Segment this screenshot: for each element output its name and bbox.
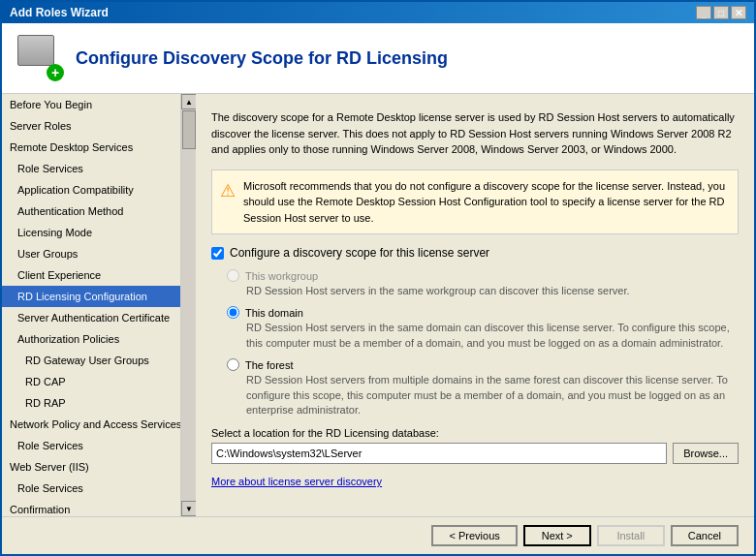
sidebar-item-11[interactable]: Authorization Policies	[2, 328, 180, 350]
main-window: Add Roles Wizard _ □ ✕ + Configure Disco…	[0, 0, 756, 556]
sidebar-scrollbar: ▲ ▼	[180, 94, 196, 516]
configure-scope-label: Configure a discovery scope for this lic…	[230, 246, 489, 260]
warning-text: Microsoft recommends that you do not con…	[243, 178, 730, 227]
scroll-track	[181, 109, 196, 501]
sidebar-item-16[interactable]: Role Services	[2, 435, 180, 456]
location-row: Browse...	[211, 443, 739, 464]
sidebar-item-2[interactable]: Remote Desktop Services	[2, 137, 180, 158]
radio-1[interactable]	[227, 306, 239, 319]
install-button[interactable]: Install	[597, 525, 665, 546]
location-input[interactable]	[211, 443, 667, 464]
titlebar: Add Roles Wizard _ □ ✕	[2, 2, 754, 23]
radio-desc-2: RD Session Host servers from multiple do…	[246, 373, 739, 417]
wizard-footer: < Previous Next > Install Cancel	[2, 516, 754, 554]
configure-scope-checkbox[interactable]	[211, 247, 224, 260]
next-button[interactable]: Next >	[523, 525, 591, 546]
window-title: Add Roles Wizard	[10, 6, 109, 19]
radio-label-1: This domain	[245, 307, 303, 319]
body-content: Before You BeginServer RolesRemote Deskt…	[2, 94, 754, 516]
wizard-header: + Configure Discovery Scope for RD Licen…	[2, 23, 754, 94]
sidebar-item-12[interactable]: RD Gateway User Groups	[2, 350, 180, 371]
page-title: Configure Discovery Scope for RD Licensi…	[76, 48, 448, 69]
sidebar-item-0[interactable]: Before You Begin	[2, 94, 180, 115]
sidebar-item-14[interactable]: RD RAP	[2, 392, 180, 414]
sidebar-item-6[interactable]: Licensing Mode	[2, 222, 180, 243]
radio-label-2: The forest	[245, 359, 294, 371]
radio-row-0: This workgroup	[227, 269, 739, 282]
radio-item-0: This workgroupRD Session Host servers in…	[227, 269, 739, 298]
configure-scope-row: Configure a discovery scope for this lic…	[211, 246, 739, 260]
radio-2[interactable]	[227, 358, 239, 371]
maximize-button[interactable]: □	[713, 6, 729, 19]
scroll-up-button[interactable]: ▲	[181, 94, 196, 109]
sidebar-item-10[interactable]: Server Authentication Certificate	[2, 307, 180, 328]
radio-row-1: This domain	[227, 306, 739, 319]
browse-button[interactable]: Browse...	[673, 443, 739, 464]
server-icon	[17, 35, 54, 66]
close-button[interactable]: ✕	[731, 6, 746, 19]
sidebar-item-3[interactable]: Role Services	[2, 158, 180, 179]
warning-box: ⚠ Microsoft recommends that you do not c…	[211, 170, 739, 235]
sidebar-item-17[interactable]: Web Server (IIS)	[2, 456, 180, 478]
radio-item-2: The forestRD Session Host servers from m…	[227, 358, 739, 417]
right-panel: The discovery scope for a Remote Desktop…	[196, 94, 754, 516]
sidebar-item-15[interactable]: Network Policy and Access Services	[2, 414, 180, 435]
radio-desc-1: RD Session Host servers in the same doma…	[246, 321, 739, 351]
plus-icon: +	[47, 64, 64, 81]
description-text: The discovery scope for a Remote Desktop…	[211, 109, 739, 158]
radio-desc-0: RD Session Host servers in the same work…	[246, 284, 739, 298]
more-info-link[interactable]: More about license server discovery	[211, 476, 739, 487]
radio-row-2: The forest	[227, 358, 739, 371]
header-icon: +	[17, 35, 64, 81]
sidebar-item-13[interactable]: RD CAP	[2, 371, 180, 392]
sidebar-item-7[interactable]: User Groups	[2, 243, 180, 264]
warning-icon: ⚠	[220, 180, 236, 227]
minimize-button[interactable]: _	[696, 6, 711, 19]
sidebar-item-9[interactable]: RD Licensing Configuration	[2, 286, 180, 307]
location-label: Select a location for the RD Licensing d…	[211, 427, 739, 439]
sidebar-item-4[interactable]: Application Compatibility	[2, 179, 180, 201]
radio-0[interactable]	[227, 269, 239, 282]
sidebar-item-1[interactable]: Server Roles	[2, 115, 180, 137]
radio-label-0: This workgroup	[245, 270, 318, 282]
sidebar-item-8[interactable]: Client Experience	[2, 264, 180, 286]
previous-button[interactable]: < Previous	[431, 525, 517, 546]
sidebar-wrapper: Before You BeginServer RolesRemote Deskt…	[2, 94, 196, 516]
scroll-thumb[interactable]	[182, 110, 196, 149]
titlebar-buttons: _ □ ✕	[696, 6, 746, 19]
scroll-down-button[interactable]: ▼	[181, 501, 196, 516]
sidebar-item-5[interactable]: Authentication Method	[2, 201, 180, 222]
radio-item-1: This domainRD Session Host servers in th…	[227, 306, 739, 351]
sidebar: Before You BeginServer RolesRemote Deskt…	[2, 94, 180, 516]
sidebar-item-19[interactable]: Confirmation	[2, 499, 180, 516]
radio-group: This workgroupRD Session Host servers in…	[227, 269, 739, 417]
sidebar-item-18[interactable]: Role Services	[2, 478, 180, 499]
cancel-button[interactable]: Cancel	[671, 525, 739, 546]
